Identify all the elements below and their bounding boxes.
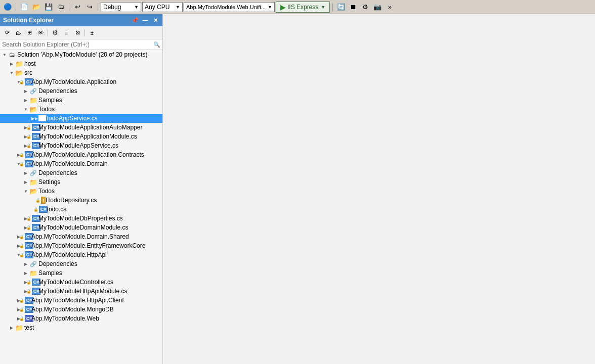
tree-item-app-samples[interactable]: 📁 Samples (0, 96, 162, 105)
save-all-btn[interactable]: 🗂 (55, 2, 66, 13)
httpapi-icon: 🔒 C# (22, 251, 30, 259)
web-icon: 🔒 C# (22, 314, 30, 323)
tree-item-controller[interactable]: 🔒 C# MyTodoModuleController.cs (0, 278, 162, 287)
tree-item-efcore[interactable]: 🔒 C# Abp.MyTodoModule.EntityFrameworkCor… (0, 241, 162, 250)
undo-btn[interactable]: ↩ (72, 2, 83, 13)
test-folder-icon: 📁 (15, 324, 23, 332)
itodorepo-icon: 🔒 I (36, 196, 45, 204)
properties-btn[interactable]: ⚙ (50, 28, 60, 38)
tree-item-test[interactable]: 📁 test (0, 323, 162, 332)
tree-item-web[interactable]: 🔒 C# Abp.MyTodoModule.Web (0, 314, 162, 323)
expand-domain-dep[interactable] (22, 169, 29, 176)
run-button[interactable]: ▶ IIS Express ▼ (276, 2, 330, 13)
project-dropdown-arrow: ▼ (268, 5, 272, 10)
dbprops-icon: 🔒 C# (29, 214, 37, 222)
tree-item-host[interactable]: 📁 host (0, 59, 162, 68)
tree-item-httpapi[interactable]: 🔒 C# Abp.MyTodoModule.HttpApi (0, 250, 162, 259)
settings-btn[interactable]: ⚙ (360, 2, 371, 13)
toolbar-sep2 (84, 29, 85, 36)
httpapimodule-icon: 🔒 C# (29, 287, 37, 295)
refresh-btn[interactable]: 🔄 (335, 2, 347, 13)
panel-header-icons: 📌 — ✕ (131, 16, 159, 24)
tree-item-automapper[interactable]: 🔒 C# MyTodoModuleApplicationAutoMapper (0, 123, 162, 132)
auto-hide-icon[interactable]: — (141, 16, 149, 24)
camera-btn[interactable]: 📷 (372, 2, 383, 13)
tree-item-app-dep[interactable]: 🔗 Dependencies (0, 86, 162, 96)
more-btn[interactable]: » (384, 2, 395, 13)
save-btn[interactable]: 💾 (43, 2, 54, 13)
cpu-dropdown[interactable]: Any CPU ▼ (142, 2, 183, 12)
tree-item-todoappservice[interactable]: ▶ C# TodoAppService.cs (0, 114, 162, 123)
toolbar-sep1 (48, 29, 48, 36)
app-dep-icon: 🔗 (29, 87, 37, 95)
tree-item-httpapi-dep[interactable]: 🔗 Dependencies (0, 259, 162, 268)
expand-httpapi-samples[interactable] (22, 269, 29, 277)
tree-item-domainmodule[interactable]: 🔒 C# MyTodoModuleDomainModule.cs (0, 223, 162, 232)
debug-config-dropdown[interactable]: Debug ▼ (101, 2, 141, 12)
tree-item-src[interactable]: 📂 src (0, 68, 162, 77)
expand-domain-settings[interactable] (22, 178, 29, 186)
search-input[interactable] (2, 41, 152, 48)
stop-btn[interactable]: ⏹ (348, 2, 359, 13)
solution-tree: 🗂 Solution 'Abp.MyTodoModule' (20 of 20 … (0, 50, 162, 364)
startup-project-dropdown[interactable]: Abp.MyTodoModule.Web.Unifi... ▼ (184, 2, 275, 12)
expand-httpapi-dep[interactable] (22, 260, 29, 267)
tree-item-domain-dep[interactable]: 🔗 Dependencies (0, 168, 162, 177)
domain-icon: 🔒 C# (22, 160, 30, 168)
git-btn[interactable]: ± (87, 28, 97, 38)
tree-item-application[interactable]: 🔒 C# Abp.MyTodoModule.Application (0, 77, 162, 86)
show-all-btn[interactable]: 👁 (35, 28, 46, 38)
contracts-label: Abp.MyTodoModule.Application.Contracts (31, 151, 144, 158)
contracts-icon: 🔒 C# (22, 151, 30, 159)
tree-item-todo[interactable]: 🔒 C# Todo.cs (0, 205, 162, 214)
tree-item-httpapi-client[interactable]: 🔒 C# Abp.MyTodoModule.HttpApi.Client (0, 296, 162, 305)
efcore-icon: 🔒 C# (22, 242, 30, 250)
expand-app-dep[interactable] (22, 87, 29, 95)
app-samples-label: Samples (38, 97, 62, 104)
tree-item-itodorepo[interactable]: 🔒 I ITodoRepository.cs (0, 196, 162, 205)
redo-btn[interactable]: ↪ (84, 2, 95, 13)
refresh-tree-btn[interactable]: 🗁 (13, 28, 23, 38)
httpapi-client-icon: 🔒 C# (22, 296, 30, 304)
expand-test[interactable] (8, 324, 15, 331)
tree-item-domain[interactable]: 🔒 C# Abp.MyTodoModule.Domain (0, 159, 162, 168)
expand-solution[interactable] (1, 51, 8, 58)
domain-dep-label: Dependencies (38, 169, 77, 176)
tree-item-domain-settings[interactable]: 📁 Settings (0, 177, 162, 187)
app-dep-label: Dependencies (38, 87, 77, 95)
open-btn[interactable]: 📂 (31, 2, 42, 13)
debug-dropdown-arrow: ▼ (134, 5, 139, 10)
expand-src[interactable] (8, 69, 15, 76)
tree-item-mongodb[interactable]: 🔒 C# Abp.MyTodoModule.MongoDB (0, 305, 162, 314)
tree-item-appmodule[interactable]: 🔒 C# MyTodoModuleApplicationModule.cs (0, 132, 162, 141)
expand-app-todos[interactable] (22, 106, 29, 113)
httpapi-samples-icon: 📁 (29, 269, 37, 277)
new-project-btn[interactable]: 📄 (19, 2, 30, 13)
expand-domain-todos[interactable] (22, 188, 29, 195)
sep3 (98, 3, 98, 11)
filter-btn[interactable]: ⊠ (72, 28, 82, 38)
mongodb-icon: 🔒 C# (22, 305, 30, 313)
domain-todos-label: Todos (38, 188, 55, 195)
tree-item-contracts[interactable]: 🔒 C# Abp.MyTodoModule.Application.Contra… (0, 150, 162, 159)
tree-item-solution[interactable]: 🗂 Solution 'Abp.MyTodoModule' (20 of 20 … (0, 50, 162, 59)
vs-logo-btn[interactable]: 🔵 (2, 2, 13, 13)
panel-header: Solution Explorer 📌 — ✕ (0, 14, 162, 26)
host-label: host (24, 60, 36, 67)
tree-item-domain-shared[interactable]: 🔒 C# Abp.MyTodoModule.Domain.Shared (0, 232, 162, 241)
tree-item-appservice[interactable]: 🔒 C# MyTodoModuleAppService.cs (0, 141, 162, 150)
expand-host[interactable] (8, 60, 15, 67)
sync-btn[interactable]: ⟳ (2, 28, 12, 38)
tree-item-dbprops[interactable]: 🔒 C# MyTodoModuleDbProperties.cs (0, 214, 162, 223)
tree-item-httpapi-samples[interactable]: 📁 Samples (0, 268, 162, 278)
tree-item-httpapimodule[interactable]: 🔒 C# MyTodoModuleHttpApiModule.cs (0, 287, 162, 296)
tree-item-app-todos[interactable]: 📂 Todos (0, 105, 162, 114)
appservice-icon: 🔒 C# (29, 142, 37, 150)
controller-label: MyTodoModuleController.cs (38, 279, 113, 286)
pin-icon[interactable]: 📌 (131, 16, 139, 24)
close-panel-icon[interactable]: ✕ (151, 16, 159, 24)
collapse-all-btn[interactable]: ⊞ (24, 28, 34, 38)
tree-item-domain-todos[interactable]: 📂 Todos (0, 187, 162, 196)
expand-app-samples[interactable] (22, 97, 29, 104)
preview-btn[interactable]: ≡ (61, 28, 71, 38)
